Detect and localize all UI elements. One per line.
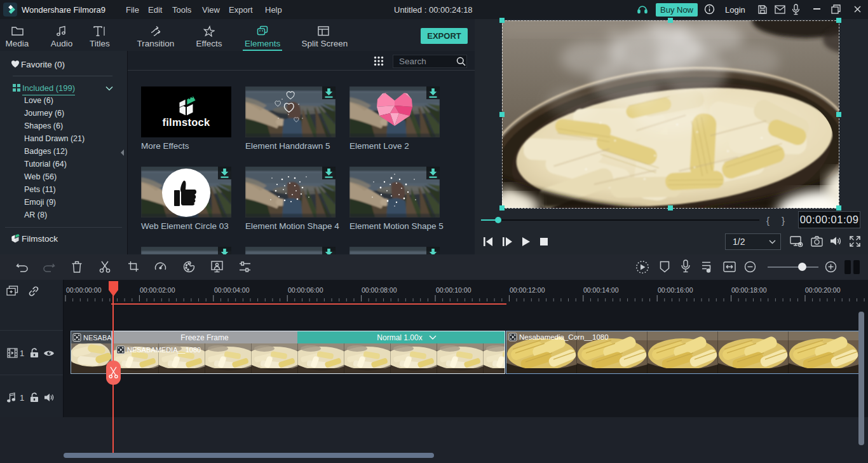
svg-text:Freeze Frame: Freeze Frame	[180, 333, 229, 342]
svg-text:NESABAMEDIA__1080: NESABAMEDIA__1080	[127, 346, 201, 354]
svg-text:Normal 1.00x: Normal 1.00x	[377, 333, 422, 342]
svg-text:NESABA: NESABA	[83, 334, 112, 342]
svg-text:filmstock: filmstock	[162, 116, 210, 128]
svg-text:Nesabamedia_Corn__1080: Nesabamedia_Corn__1080	[519, 333, 609, 341]
